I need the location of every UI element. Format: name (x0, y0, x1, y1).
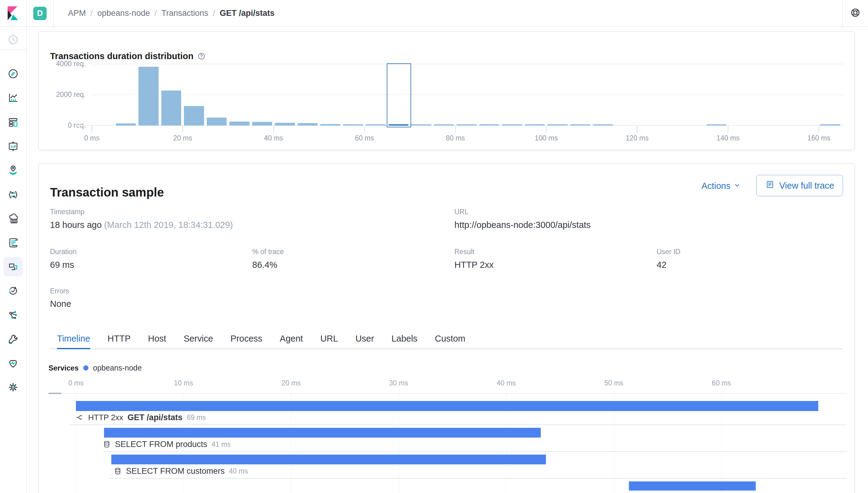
histogram-bar[interactable] (161, 90, 181, 126)
field-label-url: URL (455, 208, 468, 216)
ml-icon (7, 189, 19, 200)
infrastructure-icon (7, 213, 19, 224)
x-axis-tick (182, 126, 183, 132)
sidebar-item-uptime[interactable] (3, 281, 23, 300)
sidebar-item-graph[interactable] (3, 305, 23, 325)
tab-labels[interactable]: Labels (391, 329, 417, 349)
histogram-bar[interactable] (275, 123, 295, 126)
histogram-bar[interactable] (525, 124, 545, 126)
tab-timeline[interactable]: Timeline (57, 329, 90, 349)
histogram-bar[interactable] (207, 117, 227, 126)
sidebar-item-management[interactable] (3, 378, 23, 397)
breadcrumb-separator: / (90, 8, 93, 18)
monitoring-icon (7, 358, 19, 369)
sidebar-item-canvas[interactable] (3, 136, 23, 156)
x-axis-tick (637, 126, 638, 132)
waterfall-row-divider (103, 451, 847, 452)
histogram-bar[interactable] (480, 124, 500, 126)
header-right (842, 0, 868, 26)
sidebar-item-dashboard[interactable] (3, 112, 23, 132)
histogram-bar[interactable] (434, 124, 454, 126)
span-bar[interactable] (629, 481, 756, 491)
timeline-axis-origin (48, 393, 61, 394)
waterfall-item-label[interactable]: HTTP 2xxGET /api/stats69 ms (75, 412, 206, 422)
timeline-tick-label: 30 ms (374, 379, 423, 387)
discover-icon (7, 68, 19, 80)
histogram-bar[interactable] (229, 122, 249, 126)
field-value-result: HTTP 2xx (455, 260, 493, 270)
tab-service[interactable]: Service (184, 329, 213, 349)
histogram-bar[interactable] (593, 124, 613, 126)
tab-custom[interactable]: Custom (435, 329, 465, 349)
histogram-bar[interactable] (707, 124, 727, 126)
field-value-errors: None (50, 299, 71, 309)
waterfall-item-label[interactable]: SELECT FROM products41 ms (103, 440, 230, 449)
field-value-timestamp: 18 hours ago (March 12th 2019, 18:34:31.… (50, 220, 233, 230)
field-label-timestamp: Timestamp (50, 208, 84, 216)
breadcrumb-opbeans-node[interactable]: opbeans-node (97, 8, 150, 18)
histogram-bar[interactable] (820, 124, 840, 126)
sidebar-item-visualize[interactable] (3, 88, 23, 108)
sidebar-item-maps[interactable] (3, 160, 23, 180)
field-label-of-trace: % of trace (252, 248, 284, 256)
tab-host[interactable]: Host (148, 329, 166, 349)
histogram-bar[interactable] (366, 124, 386, 126)
sample-tabs: TimelineHTTPHostServiceProcessAgentURLUs… (50, 329, 843, 349)
selected-bucket-outline[interactable] (387, 63, 411, 127)
timeline-tick-label: 50 ms (589, 379, 638, 387)
space-avatar[interactable]: D (26, 0, 53, 26)
histogram-bar[interactable] (570, 124, 590, 126)
span-bar[interactable] (111, 455, 546, 464)
sidebar-item-monitoring[interactable] (3, 353, 23, 373)
sidebar-item-logs[interactable] (3, 233, 23, 253)
histogram-bar[interactable] (139, 67, 159, 126)
sidebar-divider (0, 50, 26, 50)
histogram-bar[interactable] (298, 123, 318, 126)
breadcrumb-transactions[interactable]: Transactions (161, 8, 208, 18)
transaction-bar[interactable] (76, 401, 818, 411)
sidebar-item-discover[interactable] (3, 64, 23, 84)
sidebar-item-machine-learning[interactable] (3, 185, 23, 205)
gridline (92, 94, 844, 95)
x-axis-tick (92, 126, 92, 132)
histogram-bar[interactable] (184, 106, 204, 126)
x-axis-tick (455, 126, 456, 132)
span-bar[interactable] (104, 428, 541, 437)
gridline (92, 64, 844, 64)
histogram-bar[interactable] (457, 124, 477, 126)
kibana-logo[interactable] (0, 0, 26, 26)
x-axis-label: 20 ms (161, 134, 204, 142)
view-full-trace-button[interactable]: View full trace (756, 175, 843, 196)
view-full-trace-label: View full trace (779, 181, 834, 191)
chevron-down-icon (733, 181, 741, 191)
waterfall-row-divider (109, 478, 847, 479)
timeline-axis-line (48, 393, 847, 394)
tab-agent[interactable]: Agent (280, 329, 303, 349)
result-badge: HTTP 2xx (88, 413, 123, 422)
histogram-bar[interactable] (502, 124, 522, 126)
sidebar-item-dev-tools[interactable] (3, 329, 23, 349)
tab-process[interactable]: Process (230, 329, 263, 349)
x-axis-label: 0 ms (70, 134, 113, 142)
sidebar-item-apm[interactable] (3, 257, 23, 276)
sidebar-item-infrastructure[interactable] (3, 209, 23, 229)
histogram-bar[interactable] (116, 123, 136, 126)
help-button[interactable] (843, 0, 868, 26)
help-icon (850, 7, 861, 19)
tab-url[interactable]: URL (320, 329, 338, 349)
field-value-of-trace: 86.4% (252, 260, 277, 270)
histogram-bar[interactable] (252, 122, 272, 126)
x-axis-tick (273, 126, 274, 132)
waterfall-item-label[interactable]: SELECT FROM customers40 ms (114, 466, 248, 476)
breadcrumb-apm[interactable]: APM (68, 8, 86, 18)
actions-menu-button[interactable]: Actions (702, 181, 741, 191)
histogram-bar[interactable] (343, 124, 363, 126)
span-name: SELECT FROM customers (126, 467, 225, 476)
tab-user[interactable]: User (355, 329, 374, 349)
sidebar-item-recent[interactable] (3, 30, 23, 49)
histogram-bar[interactable] (547, 124, 568, 126)
field-note-timestamp: (March 12th 2019, 18:34:31.029) (102, 220, 233, 230)
histogram-bar[interactable] (320, 124, 340, 126)
tab-http[interactable]: HTTP (108, 329, 131, 349)
histogram-bar[interactable] (411, 124, 431, 126)
